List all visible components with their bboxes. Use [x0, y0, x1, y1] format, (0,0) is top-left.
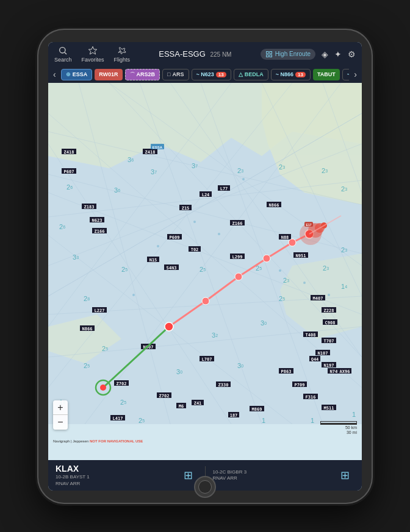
- svg-text:N866: N866: [269, 202, 279, 207]
- tabs-bar: ‹ ⊕ ESSA RW01R ⌒ ARS2B □ ARS ~ N: [48, 66, 362, 83]
- svg-text:1: 1: [262, 417, 265, 424]
- map-area[interactable]: Z418 P607 Z183 N623 Z166 Z418: [48, 83, 362, 461]
- enroute-badge[interactable]: High Enroute: [261, 49, 315, 60]
- svg-text:L227: L227: [95, 308, 105, 313]
- tab-tabut[interactable]: TABUT: [313, 69, 340, 80]
- svg-text:P607: P607: [64, 169, 74, 174]
- svg-point-180: [279, 269, 281, 272]
- left-airport: KLAX: [56, 464, 179, 473]
- svg-rect-3: [266, 51, 268, 54]
- svg-line-1: [65, 52, 67, 54]
- svg-text:N88: N88: [281, 235, 289, 239]
- svg-point-181: [303, 282, 306, 284]
- svg-text:L707: L707: [202, 356, 212, 361]
- svg-text:Z702: Z702: [159, 393, 170, 398]
- svg-text:M869: M869: [252, 406, 262, 411]
- svg-text:Z166: Z166: [232, 221, 243, 225]
- svg-text:Z330: Z330: [218, 382, 229, 387]
- svg-text:E17: E17: [306, 223, 312, 227]
- svg-text:L24: L24: [202, 192, 210, 197]
- tablet-frame: Search Favorites Flights ESSA-ESGG 225 N…: [37, 29, 373, 504]
- svg-text:N866: N866: [82, 326, 93, 331]
- tab-n623[interactable]: ~ N623 13: [192, 69, 231, 80]
- svg-text:N15: N15: [149, 257, 157, 262]
- svg-point-157: [100, 385, 106, 391]
- svg-point-165: [235, 273, 242, 280]
- tab-bedla[interactable]: △ BEDLA: [234, 69, 268, 80]
- svg-text:S4N3: S4N3: [167, 265, 177, 270]
- svg-text:L77: L77: [220, 186, 228, 191]
- compass-icon[interactable]: ◈: [322, 49, 328, 59]
- tab-essa[interactable]: ⊕ ESSA: [61, 69, 93, 80]
- svg-point-177: [193, 221, 196, 223]
- left-procedure: KLAX 10-2B BAYST 1 RNAV ARR: [56, 464, 179, 486]
- scale-mi: 30 mi: [347, 430, 357, 434]
- settings-icon[interactable]: ⚙: [348, 49, 356, 59]
- svg-text:Z166: Z166: [95, 229, 105, 233]
- left-proc2: RNAV ARR: [56, 481, 179, 487]
- svg-text:Z15: Z15: [182, 205, 190, 210]
- svg-point-163: [165, 322, 173, 331]
- brightness-icon[interactable]: ✦: [334, 49, 342, 59]
- tab-n866b[interactable]: ~ N866: [342, 69, 350, 80]
- svg-point-175: [242, 178, 245, 180]
- svg-point-167: [289, 239, 296, 246]
- svg-text:P709: P709: [295, 382, 305, 387]
- svg-rect-4: [270, 51, 272, 54]
- svg-point-178: [157, 245, 159, 247]
- svg-text:T408: T408: [306, 332, 316, 337]
- svg-point-164: [202, 297, 209, 305]
- zoom-out-button[interactable]: −: [53, 415, 68, 430]
- zoom-controls: + −: [53, 400, 68, 430]
- flights-button[interactable]: Flights: [114, 46, 131, 63]
- tablet-screen: Search Favorites Flights ESSA-ESGG 225 N…: [48, 42, 362, 491]
- right-layers-button[interactable]: ⊞: [336, 469, 354, 482]
- svg-text:M6: M6: [179, 403, 184, 408]
- nav-bar: Search Favorites Flights ESSA-ESGG 225 N…: [48, 42, 362, 66]
- tabs-scroll: ⊕ ESSA RW01R ⌒ ARS2B □ ARS ~ N623 13: [61, 69, 350, 80]
- svg-text:L299: L299: [232, 254, 243, 259]
- svg-text:P609: P609: [170, 235, 180, 239]
- svg-text:Q44: Q44: [311, 356, 319, 361]
- right-proc2: RNAV ARR: [213, 475, 336, 481]
- tab-scroll-right[interactable]: ›: [349, 69, 362, 79]
- svg-text:1: 1: [311, 417, 314, 424]
- svg-marker-2: [88, 46, 96, 54]
- svg-text:T02: T02: [191, 247, 199, 252]
- svg-point-182: [328, 294, 330, 296]
- svg-text:187: 187: [230, 413, 238, 417]
- svg-text:Z183: Z183: [84, 204, 95, 209]
- svg-text:L417: L417: [113, 416, 123, 420]
- home-button[interactable]: [194, 476, 216, 498]
- home-button-inner: [198, 480, 212, 494]
- map-svg: Z418 P607 Z183 N623 Z166 Z418: [48, 83, 362, 424]
- favorites-button[interactable]: Favorites: [82, 46, 104, 63]
- tab-n866[interactable]: ~ N866 13: [271, 69, 311, 80]
- svg-text:N107: N107: [318, 350, 328, 355]
- svg-text:Z418: Z418: [64, 149, 74, 154]
- svg-rect-5: [266, 55, 268, 57]
- svg-point-166: [263, 255, 270, 262]
- tab-scroll-left[interactable]: ‹: [48, 69, 61, 79]
- zoom-in-button[interactable]: +: [53, 400, 68, 415]
- svg-text:F316: F316: [306, 394, 316, 399]
- tab-ars[interactable]: □ ARS: [162, 69, 189, 80]
- route-title: ESSA-ESGG 225 NM: [140, 49, 251, 59]
- left-layers-button[interactable]: ⊞: [179, 469, 198, 482]
- svg-text:P863: P863: [281, 369, 292, 374]
- search-button[interactable]: Search: [54, 46, 72, 63]
- svg-text:ESSA: ESSA: [153, 145, 163, 149]
- svg-text:N623: N623: [92, 218, 103, 222]
- svg-text:M407: M407: [313, 296, 323, 300]
- tab-ars2b[interactable]: ⌒ ARS2B: [125, 69, 160, 80]
- svg-point-179: [132, 294, 135, 296]
- nav-right-controls: High Enroute ◈ ✦ ⚙: [261, 49, 356, 60]
- svg-text:Z702: Z702: [117, 381, 127, 386]
- svg-text:AX96: AX96: [340, 369, 350, 374]
- scale-km: 50 km: [345, 425, 357, 430]
- svg-point-0: [60, 47, 65, 52]
- svg-text:N197: N197: [324, 363, 334, 367]
- right-proc1: 10-2C BIGBR 3: [213, 469, 336, 475]
- tab-rw01r[interactable]: RW01R: [95, 69, 122, 80]
- svg-text:N951: N951: [296, 253, 306, 258]
